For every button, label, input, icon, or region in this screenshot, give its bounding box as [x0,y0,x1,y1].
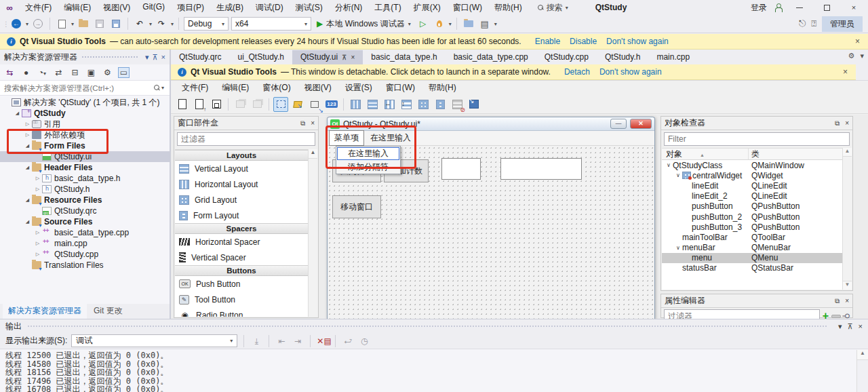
infobar-close-icon[interactable]: × [855,37,860,46]
edit-signals-slots-icon[interactable] [290,97,305,112]
share-icon[interactable]: ⎋ [799,18,806,29]
widget-filter-box[interactable] [177,132,315,146]
start-debugging-button[interactable]: ▶ 本地 Windows 调试器 ▾ [314,16,414,31]
infobar-action-link[interactable]: Disable [570,37,597,46]
expander-icon[interactable] [33,241,42,246]
minimize-button[interactable] [789,0,810,15]
open-file-icon[interactable] [77,17,90,31]
document-tab[interactable]: basic_data_type.cpp ⊼ × [446,50,536,64]
document-tab[interactable]: QtStudy.qrc ⊼ × [171,50,229,64]
quick-search[interactable]: 搜索 ▾ [538,2,568,14]
widget-item[interactable]: Radio Button [175,307,308,317]
expander-icon[interactable]: ∨ [665,162,673,168]
widget-section-header[interactable]: Buttons [175,265,308,276]
close-icon[interactable]: × [351,54,355,61]
widget-item[interactable]: Horizontal Spacer [175,234,308,250]
tree-item[interactable]: 解决方案 'QtStudy' (1 个项目, 共 1 个) [0,97,170,108]
show-all-files-icon[interactable]: ▣ [85,68,97,77]
layout-vertical-splitter-icon[interactable] [399,97,414,112]
tree-item[interactable]: QtStudy.cpp [0,249,170,260]
document-options-icon[interactable]: ⚙ [848,52,855,60]
tree-item[interactable]: main.cpp [0,238,170,249]
object-filter-box[interactable] [664,132,850,146]
object-row[interactable]: ∨ centralWidget QWidget [662,170,842,180]
tree-item[interactable]: QtStudy.ui [0,151,170,162]
widget-section-header[interactable]: Layouts [175,150,308,161]
expander-icon[interactable] [33,187,42,192]
feedback-icon[interactable]: ⍰ [811,18,816,29]
tree-item[interactable]: basic_data_type.cpp [0,227,170,238]
error-list-icon[interactable]: ▤ [478,17,492,31]
expander-icon[interactable]: ∨ [674,245,682,251]
tree-item[interactable]: QtStudy.h [0,184,170,195]
close-icon[interactable]: × [845,119,849,127]
new-project-icon[interactable] [55,17,68,31]
infobar-action-link[interactable]: Don't show again [599,67,662,77]
object-row[interactable]: mainToolBar QToolBar [662,232,842,242]
expander-icon[interactable] [33,252,42,257]
clear-all-icon[interactable]: ✕▤ [317,336,329,346]
solution-platform-select[interactable]: x64▾ [231,17,311,31]
object-row[interactable]: pushButton_3 QPushButton [662,222,842,232]
expander-icon[interactable] [23,165,32,170]
close-icon[interactable]: × [311,119,315,127]
close-button[interactable]: × [844,0,864,15]
menu-item[interactable]: 测试(S) [290,0,329,16]
tree-item[interactable]: Resource Files [0,195,170,205]
expander-icon[interactable] [23,197,32,203]
tree-item[interactable]: 外部依赖项 [0,130,170,140]
widget-item[interactable]: Form Layout [175,208,308,223]
open-form-icon[interactable] [192,97,207,112]
window-position-chevron-icon[interactable]: ▾ [838,322,842,331]
menu-item[interactable]: Git(G) [136,0,171,16]
pending-changes-filter-icon[interactable]: ◔▾ [37,68,48,77]
object-row[interactable]: lineEdit QLineEdit [662,180,842,191]
menu-item[interactable]: 项目(P) [171,0,210,16]
collapse-all-icon[interactable]: ⊟ [69,68,81,77]
document-tab[interactable]: QtStudy.ui ⊼ × [292,50,363,64]
output-scrollbar[interactable]: ▲ [856,350,868,392]
widget-item[interactable]: Vertical Spacer [175,250,308,265]
tree-item[interactable]: Source Files [0,216,170,227]
menu-item[interactable]: 视图(V) [97,0,136,16]
menu-item[interactable]: 分析(N) [329,0,369,16]
widget-item[interactable]: Tool Button [175,292,308,307]
account-icon[interactable] [774,3,783,12]
layout-form-icon[interactable] [433,97,448,112]
edit-widgets-icon[interactable] [273,97,288,112]
pin-icon[interactable]: ⊼ [848,322,853,331]
layout-horizontal-splitter-icon[interactable] [382,97,397,112]
search-chevron-icon[interactable]: ▾ [161,85,164,91]
designer-menu-item[interactable]: 窗体(O) [256,81,297,95]
tree-item[interactable]: QtStudy.qrc [0,205,170,216]
preview-selected-items-icon[interactable]: ▭ [118,67,130,78]
previous-message-icon[interactable]: ⇤ [275,336,288,346]
timestamp-icon[interactable]: ◷ [358,336,370,346]
close-icon[interactable]: × [161,53,165,61]
menu-item[interactable]: 文件(F) [19,0,58,16]
document-tab[interactable]: QtStudy.h ⊼ × [597,50,648,64]
menu-item[interactable]: 生成(B) [210,0,250,16]
infobar-action-link[interactable]: Don't show again [606,37,669,46]
hot-reload-chevron-icon[interactable]: ▾ [449,21,452,27]
expander-icon[interactable] [13,111,22,116]
tree-item[interactable]: Form Files [0,140,170,151]
line-edit[interactable] [441,158,481,180]
tree-item[interactable]: basic_data_type.h [0,173,170,184]
new-form-icon[interactable] [175,97,190,112]
edit-buddies-icon[interactable] [307,97,322,112]
pin-icon[interactable]: ⊼ [153,53,158,62]
expander-icon[interactable] [23,132,32,138]
tree-item[interactable]: 引用 [0,119,170,130]
tool-window-tab[interactable]: Git 更改 [88,303,128,319]
widget-list-scrollbar[interactable]: ▲ [308,149,317,317]
object-filter-input[interactable] [665,134,849,144]
window-position-chevron-icon[interactable]: ▾ [145,53,149,62]
output-source-select[interactable]: 调试▾ [71,334,237,347]
widget-item[interactable]: Vertical Layout [175,161,308,176]
expander-icon[interactable] [33,230,42,235]
solution-search-input[interactable] [0,84,154,92]
infobar-action-link[interactable]: Enable [535,37,560,46]
object-row[interactable]: menu QMenu [662,253,842,263]
toolbar-grip[interactable]: ⋮⋮ [3,20,7,28]
